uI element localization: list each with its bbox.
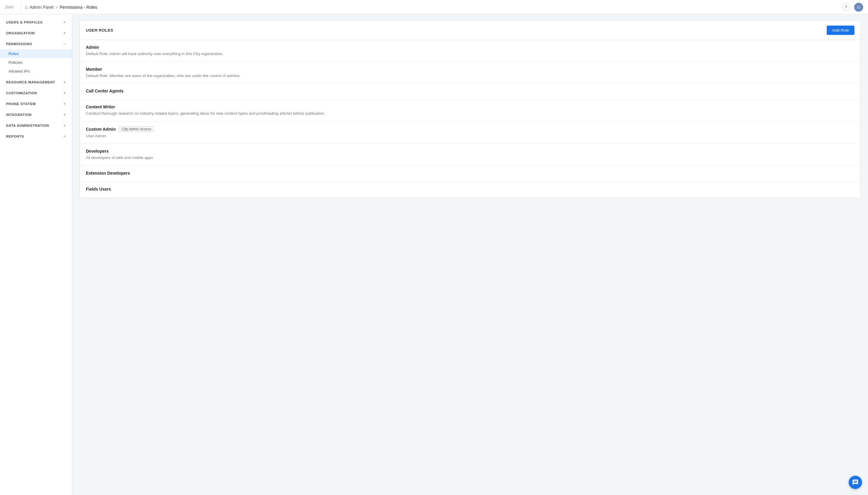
sidebar-section-header-resource-management[interactable]: RESOURCE MANAGEMENT+ [0,77,72,88]
sidebar-section-label-integration: INTEGRATION [6,113,32,117]
role-row-admin[interactable]: AdminDefault Role: Admin will have autho… [80,40,861,62]
sidebar: USERS & PROFILES+ORGANIZATION+PERMISSION… [0,15,72,495]
role-name-extension-developers: Extension Developers [86,171,130,175]
role-badge-custom-admin: Cliq Admin Access [119,126,154,132]
sidebar-section-header-organization[interactable]: ORGANIZATION+ [0,28,72,38]
roles-list: AdminDefault Role: Admin will have autho… [80,40,861,198]
role-name-row-content-writer: Content Writer [86,104,854,109]
role-name-fields-users: Fields Users [86,187,111,191]
sidebar-section-header-users-profiles[interactable]: USERS & PROFILES+ [0,17,72,28]
roles-card: USER ROLES Add Role AdminDefault Role: A… [80,20,861,198]
sidebar-section-permissions: PERMISSIONS−RolesPoliciesAllowed IPs [0,38,72,77]
sidebar-section-integration: INTEGRATION+ [0,109,72,120]
role-name-row-member: Member [86,67,854,72]
role-row-content-writer[interactable]: Content WriterConduct thorough research … [80,100,861,122]
sidebar-section-label-phone-system: PHONE SYSTEM [6,102,36,106]
sidebar-section-toggle-icon-resource-management: + [63,80,66,85]
role-row-call-center-agents[interactable]: Call Center Agents [80,84,861,100]
role-desc-developers: All developers of web and mobile apps [86,155,854,161]
role-name-content-writer: Content Writer [86,104,115,109]
sidebar-section-toggle-icon-data-administration: + [63,123,66,128]
sidebar-section-header-customization[interactable]: CUSTOMIZATION+ [0,88,72,99]
sidebar-item-allowed-ips[interactable]: Allowed IPs [0,67,72,75]
sidebar-section-header-data-administration[interactable]: DATA ADMINISTRATION+ [0,120,72,131]
add-role-button[interactable]: Add Role [827,25,854,35]
role-row-member[interactable]: MemberDefault Role: Member are users of … [80,62,861,84]
role-name-custom-admin: Custom Admin [86,127,116,132]
role-row-custom-admin[interactable]: Custom AdminCliq Admin AccessUser Admin [80,122,861,144]
sidebar-section-toggle-icon-users-profiles: + [63,20,66,25]
avatar[interactable]: U [854,3,863,12]
sidebar-section-header-integration[interactable]: INTEGRATION+ [0,109,72,120]
breadcrumb: Admin Panel > Permissions - Roles [30,5,97,10]
role-desc-admin: Default Role: Admin will have authority … [86,51,854,57]
sidebar-section-header-phone-system[interactable]: PHONE SYSTEM+ [0,99,72,109]
logo: Zoho [5,5,14,9]
role-row-developers[interactable]: DevelopersAll developers of web and mobi… [80,144,861,166]
home-icon[interactable]: ⌂ [25,4,28,10]
sidebar-section-toggle-icon-organization: + [63,31,66,36]
sidebar-section-customization: CUSTOMIZATION+ [0,88,72,99]
card-header: USER ROLES Add Role [80,21,861,40]
topnav-right: ? U [842,3,863,12]
sidebar-sections: USERS & PROFILES+ORGANIZATION+PERMISSION… [0,17,72,142]
card-title: USER ROLES [86,28,113,33]
breadcrumb-current: Permissions - Roles [60,5,97,10]
sidebar-section-label-permissions: PERMISSIONS [6,42,32,46]
role-name-row-call-center-agents: Call Center Agents [86,88,854,93]
help-icon[interactable]: ? [842,3,850,11]
role-desc-custom-admin: User Admin [86,133,854,139]
sidebar-section-toggle-icon-integration: + [63,112,66,117]
role-name-row-fields-users: Fields Users [86,187,854,191]
chat-button[interactable] [849,476,862,489]
sidebar-item-policies[interactable]: Policies [0,58,72,67]
sidebar-section-phone-system: PHONE SYSTEM+ [0,99,72,109]
role-name-row-custom-admin: Custom AdminCliq Admin Access [86,126,854,132]
sidebar-section-label-users-profiles: USERS & PROFILES [6,20,43,24]
role-row-fields-users[interactable]: Fields Users [80,182,861,198]
role-desc-member: Default Role: Member are users of the or… [86,73,854,79]
role-row-extension-developers[interactable]: Extension Developers [80,166,861,182]
sidebar-section-header-reports[interactable]: REPORTS+ [0,131,72,142]
topnav: Zoho ⌂ Admin Panel > Permissions - Roles… [0,0,868,15]
role-name-member: Member [86,67,102,72]
role-name-row-developers: Developers [86,149,854,154]
sidebar-section-data-administration: DATA ADMINISTRATION+ [0,120,72,131]
sidebar-section-organization: ORGANIZATION+ [0,28,72,38]
sidebar-section-users-profiles: USERS & PROFILES+ [0,17,72,28]
breadcrumb-separator: > [55,5,58,10]
sidebar-section-label-data-administration: DATA ADMINISTRATION [6,124,49,127]
sidebar-section-label-customization: CUSTOMIZATION [6,91,37,95]
sidebar-section-label-organization: ORGANIZATION [6,31,35,35]
sidebar-section-resource-management: RESOURCE MANAGEMENT+ [0,77,72,88]
role-name-developers: Developers [86,149,109,154]
role-name-call-center-agents: Call Center Agents [86,88,124,93]
sidebar-section-label-reports: REPORTS [6,135,24,138]
layout: USERS & PROFILES+ORGANIZATION+PERMISSION… [0,15,868,495]
role-name-row-extension-developers: Extension Developers [86,171,854,175]
sidebar-section-toggle-icon-phone-system: + [63,101,66,106]
breadcrumb-admin-panel[interactable]: Admin Panel [30,5,53,10]
sidebar-section-toggle-icon-reports: + [63,134,66,139]
role-name-admin: Admin [86,45,99,50]
sidebar-item-roles[interactable]: Roles [0,49,72,58]
sidebar-section-header-permissions[interactable]: PERMISSIONS− [0,38,72,49]
sidebar-section-toggle-icon-customization: + [63,91,66,96]
main-content: USER ROLES Add Role AdminDefault Role: A… [72,15,868,495]
role-name-row-admin: Admin [86,45,854,50]
nav-divider [21,4,21,11]
sidebar-section-reports: REPORTS+ [0,131,72,142]
sidebar-sub-permissions: RolesPoliciesAllowed IPs [0,49,72,77]
sidebar-section-label-resource-management: RESOURCE MANAGEMENT [6,80,55,84]
role-desc-content-writer: Conduct thorough research on industry-re… [86,110,854,117]
sidebar-section-toggle-icon-permissions: − [63,41,66,46]
